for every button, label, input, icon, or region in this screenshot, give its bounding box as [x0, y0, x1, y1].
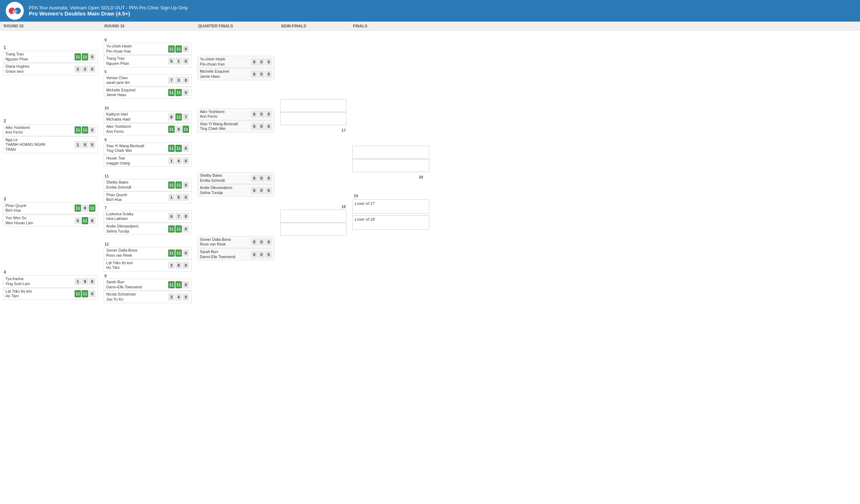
header: pb PPA Tour Australia: Vietnam Open SOLD…	[0, 0, 860, 22]
qf-team-row: Shelby BatesEmilia Schmidt 0 0 0	[197, 172, 274, 184]
finals-group: 20	[352, 146, 429, 179]
score-box: 11	[168, 225, 175, 233]
seed-1-label: 1	[4, 45, 98, 50]
r16-match-7: Somer Dalla-BonaRoos van Reek 11 11 0 Lợ…	[104, 247, 192, 271]
team-name: Somer Dalla-BonaRoos van Reek	[200, 237, 250, 247]
team-name: Tya KarinaYing Suet Lam	[5, 276, 73, 286]
sf-team-slot-1	[280, 99, 346, 112]
score-box: 11	[75, 126, 81, 134]
score-box: 0	[251, 238, 257, 246]
score-box: 3	[175, 77, 182, 84]
r32-match-4: Tya KarinaYing Suet Lam 1 9 0 Lợi Trần t…	[3, 275, 98, 300]
score-box: 11	[82, 126, 88, 134]
score-box: 11	[82, 290, 88, 297]
team-name: Phan QuynhBich Hua	[5, 203, 73, 213]
score-box: 4	[175, 157, 182, 165]
seed-2-group: 2 Aiko YoshitomiAnri Ferris 11 11 0 Nga …	[3, 118, 98, 153]
column-headers: ROUND 32 ROUND 16 QUARTER FINALS SEMI-FI…	[0, 22, 860, 31]
score-boxes: 7 3 0	[168, 77, 189, 84]
r32-match-3: Phan QuynhBich Hua 11 8 11 Yun Wen SuWen…	[3, 202, 98, 227]
score-box: 3	[168, 262, 175, 269]
score-box: 0	[251, 71, 257, 78]
score-boxes: 8 11 7	[168, 113, 189, 121]
round16-col: 9 Yu-chieh HsiehPei-chuan Kao 11 11 0 Tr…	[101, 34, 194, 351]
r16-team-row: Sarah BurrDanni-Elle Townsend 11 11 0	[104, 279, 192, 291]
score-box: 11	[175, 181, 182, 189]
bracket-num-19: 19	[354, 194, 429, 198]
finals-col: 20 19 Loser of 17 Loser of 18	[349, 34, 432, 351]
header-text: PPA Tour Australia: Vietnam Open SOLD OU…	[29, 5, 188, 17]
score-box: 0	[265, 251, 272, 258]
score-boxes: 0 0 0	[251, 187, 272, 194]
team-name: Xiao Yi Wang-BeckvallTing Chieh Wei	[106, 144, 167, 153]
team-name: Ludovica SciakyIsha Lakhani	[106, 212, 167, 221]
r16-team-row: Phan QuynhBich Hua 1 5 0	[104, 192, 192, 203]
score-box: 0	[265, 238, 272, 246]
score-box: 5	[168, 58, 175, 65]
team-name: Yun Wen SuWen Hsuan Lien	[5, 216, 73, 225]
team-name: Andie DikosavljevicSelina Turulja	[200, 185, 250, 195]
qf-match-2: Aiko YoshitomiAnri Ferris 0 0 0 Xiao Yi …	[197, 108, 274, 133]
score-boxes: 1 4 0	[168, 157, 189, 165]
score-box: 1	[168, 194, 175, 201]
score-boxes: 11 11 0	[75, 290, 95, 297]
r16-group-3: 10 Kaitlynn HartMichaela Haet 8 11 7 Aik…	[104, 106, 192, 135]
score-box: 8	[168, 113, 175, 121]
team-name: Nicola SchoemanJou Yu Ko	[106, 292, 167, 302]
score-boxes: 1 5 0	[168, 194, 189, 201]
score-box: 0	[183, 89, 189, 96]
header-subtitle: Pro Women's Doubles Main Draw (4.5+)	[29, 10, 188, 17]
score-boxes: 0 0 0	[251, 71, 272, 78]
round-num-11: 11	[104, 174, 192, 178]
score-box: 0	[183, 145, 189, 152]
score-box: 0	[183, 262, 189, 269]
score-boxes: 11 11 0	[75, 126, 95, 134]
r16-team-row: Andie DikosavljevicSelina Turulja 11 11 …	[104, 223, 192, 235]
r16-team-row: Somer Dalla-BonaRoos van Reek 11 11 0	[104, 247, 192, 259]
round-num-6: 6	[104, 138, 192, 142]
qf-group-2: Aiko YoshitomiAnri Ferris 0 0 0 Xiao Yi …	[197, 108, 274, 133]
score-box: 11	[168, 281, 175, 288]
score-boxes: 11 11 0	[168, 281, 189, 288]
score-box: 7	[168, 77, 175, 84]
score-boxes: 11 11 0	[168, 181, 189, 189]
score-box: 0	[265, 123, 272, 130]
seed-4-group: 4 Tya KarinaYing Suet Lam 1 9 0 Lợi Trần…	[3, 270, 98, 300]
team-name: Shelby BatesEmilia Schmidt	[200, 173, 250, 183]
finals-team-slot-1	[352, 146, 429, 159]
semifinals-col: 17 18	[277, 34, 349, 351]
loser-17-label: Loser of 17	[355, 201, 375, 206]
team-name: Sarah BurrDanni-Elle Townsend	[200, 249, 250, 259]
score-box: 0	[258, 187, 265, 194]
qf-team-row: Xiao Yi Wang-BeckvallTing Chieh Wei 0 0 …	[197, 121, 274, 132]
col-header-f: FINALS	[349, 24, 432, 28]
score-box: 11	[168, 249, 175, 257]
score-box: 0	[258, 175, 265, 182]
score-box: 0	[183, 181, 189, 189]
third-place-group: 19 Loser of 17 Loser of 18	[352, 194, 429, 230]
qf-team-row: Aiko YoshitomiAnri Ferris 0 0 0	[197, 108, 274, 120]
sf-bracket-num-17: 17	[341, 128, 346, 132]
score-boxes: 11 11 0	[168, 45, 189, 53]
team-name: Yu-chieh HsiehPei-chuan Kao	[106, 44, 167, 54]
score-boxes: 2 2 0	[75, 66, 95, 73]
finals-team-slot-2	[352, 159, 429, 172]
score-box: 11	[175, 225, 182, 233]
score-box: 0	[265, 187, 272, 194]
team-name: Aiko YoshitomiAnri Ferris	[106, 124, 167, 134]
team-name: Lợi Trần thị kimHo Tâm	[5, 289, 73, 299]
score-boxes: 6 7 0	[168, 213, 189, 220]
score-box: 5	[75, 217, 81, 224]
score-box: 8	[175, 262, 182, 269]
score-boxes: 3 8 0	[168, 262, 189, 269]
score-box: 0	[82, 141, 88, 148]
score-boxes: 11 11 0	[75, 53, 95, 60]
score-box: 0	[183, 157, 189, 165]
score-boxes: 0 0 0	[251, 111, 272, 118]
qf-match-1: Yu-chieh HsiehPei-chuan Kao 0 0 0 Michel…	[197, 56, 274, 80]
score-box: 0	[183, 225, 189, 233]
sf-team-slot-2	[280, 112, 346, 125]
col-header-r16: ROUND 16	[101, 24, 194, 28]
qf-group-1: Yu-chieh HsiehPei-chuan Kao 0 0 0 Michel…	[197, 56, 274, 80]
r32-team-row: Yun Wen SuWen Hsuan Lien 5 11 8	[3, 215, 98, 226]
